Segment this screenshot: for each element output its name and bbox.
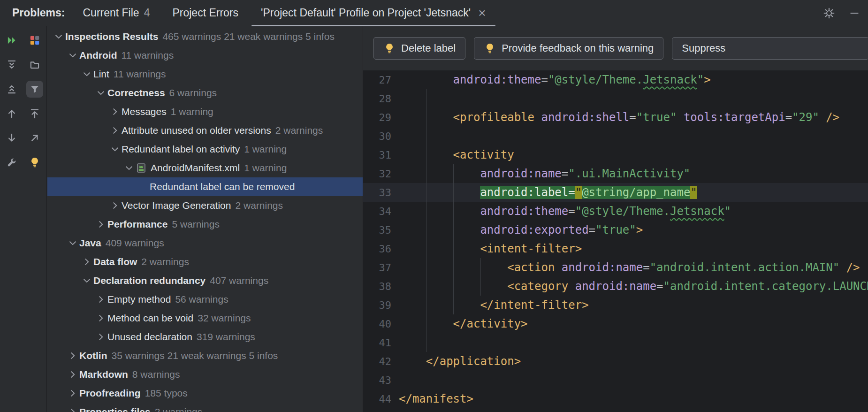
chevron-down-icon[interactable] xyxy=(66,50,79,61)
chevron-down-icon[interactable] xyxy=(52,31,65,42)
next-problem-icon[interactable] xyxy=(3,130,20,146)
previous-problem-icon[interactable] xyxy=(3,105,20,122)
tab-project-errors[interactable]: Project Errors xyxy=(161,0,250,26)
tab-current-file[interactable]: Current File4 xyxy=(71,0,161,26)
tree-item-declaration-redundancy[interactable]: Declaration redundancy407 warnings xyxy=(47,271,363,290)
chevron-down-icon[interactable] xyxy=(108,144,122,154)
tree-item-count: 185 typos xyxy=(145,388,188,399)
chevron-right-icon[interactable] xyxy=(108,125,122,136)
quick-fix-wrench-icon[interactable] xyxy=(3,154,20,171)
collapse-all-icon[interactable] xyxy=(3,81,20,98)
editor-line-33[interactable]: 33 android:label="@string/app_name" xyxy=(363,183,868,202)
tree-item-method-can-be-void[interactable]: Method can be void32 warnings xyxy=(47,309,363,328)
tree-item-redundant-label-can-be-removed[interactable]: Redundant label can be removed xyxy=(47,177,363,196)
tree-item-label: Vector Image Generation xyxy=(122,200,231,211)
button-label: Delete label xyxy=(401,42,456,54)
inspection-severity-icon[interactable] xyxy=(26,32,43,49)
tree-item-attribute-unused-on-older-versions[interactable]: Attribute unused on older versions2 warn… xyxy=(47,121,363,140)
chevron-right-icon[interactable] xyxy=(66,407,79,412)
tree-item-count: 409 warnings xyxy=(106,237,164,249)
line-number: 35 xyxy=(363,224,399,236)
chevron-right-icon[interactable] xyxy=(94,313,107,323)
tab-project-default-profile-on-project-jetsnack[interactable]: 'Project Default' Profile on Project 'Je… xyxy=(250,0,497,26)
tree-item-inspections-results[interactable]: Inspections Results465 warnings 21 weak … xyxy=(47,27,363,46)
line-number: 34 xyxy=(363,206,399,217)
chevron-right-icon[interactable] xyxy=(94,332,107,342)
chevron-right-icon[interactable] xyxy=(66,351,79,361)
suppress-button[interactable]: Suppress xyxy=(672,37,868,60)
tree-item-label: Declaration redundancy xyxy=(93,275,206,286)
hide-icon[interactable] xyxy=(848,7,860,19)
code-text: <category android:name="android.intent.c… xyxy=(399,280,868,293)
editor-line-30[interactable]: 30 xyxy=(363,127,868,145)
chevron-down-icon[interactable] xyxy=(66,238,79,248)
editor-line-43[interactable]: 43 xyxy=(363,371,868,389)
open-in-editor-icon[interactable] xyxy=(26,130,43,146)
editor-line-41[interactable]: 41 xyxy=(363,333,868,352)
tree-item-java[interactable]: Java409 warnings xyxy=(47,234,363,252)
editor-line-42[interactable]: 42 </application> xyxy=(363,352,868,371)
tree-item-label: Empty method xyxy=(107,294,171,305)
tree-item-performance[interactable]: Performance5 warnings xyxy=(47,215,363,234)
chevron-right-icon[interactable] xyxy=(94,219,107,229)
filter-icon[interactable] xyxy=(26,81,43,98)
code-lines: 27 android:theme="@style/Theme.Jetsnack"… xyxy=(363,70,868,408)
editor-line-28[interactable]: 28 xyxy=(363,89,868,108)
group-by-icon[interactable] xyxy=(26,56,43,73)
tab-strip: Current File4Project Errors'Project Defa… xyxy=(71,0,497,26)
editor-line-37[interactable]: 37 <action android:name="android.intent.… xyxy=(363,258,868,277)
tree-item-label: Kotlin xyxy=(79,350,107,361)
chevron-right-icon[interactable] xyxy=(66,388,79,398)
editor-line-34[interactable]: 34 android:theme="@style/Theme.Jetsnack" xyxy=(363,202,868,221)
code-editor-preview: 27 android:theme="@style/Theme.Jetsnack"… xyxy=(363,70,868,412)
tree-item-label: Android xyxy=(79,50,117,61)
editor-line-39[interactable]: 39 </intent-filter> xyxy=(363,296,868,314)
chevron-down-icon[interactable] xyxy=(122,163,136,173)
tree-item-kotlin[interactable]: Kotlin35 warnings 21 weak warnings 5 inf… xyxy=(47,346,363,365)
tree-item-label: Method can be void xyxy=(107,313,193,324)
quick-fix-bulb-icon[interactable] xyxy=(26,154,43,171)
tree-item-proofreading[interactable]: Proofreading185 typos xyxy=(47,384,363,403)
editor-line-27[interactable]: 27 android:theme="@style/Theme.Jetsnack"… xyxy=(363,70,868,89)
tree-item-correctness[interactable]: Correctness6 warnings xyxy=(47,84,363,102)
code-text: </intent-filter> xyxy=(399,298,589,312)
close-icon[interactable]: × xyxy=(478,7,486,20)
editor-line-36[interactable]: 36 <intent-filter> xyxy=(363,239,868,258)
tree-item-label: Attribute unused on older versions xyxy=(122,125,271,136)
editor-line-35[interactable]: 35 android:exported="true"> xyxy=(363,221,868,239)
chevron-down-icon[interactable] xyxy=(80,69,93,79)
tree-item-properties-files[interactable]: Properties files2 warnings xyxy=(47,403,363,412)
tree-item-empty-method[interactable]: Empty method56 warnings xyxy=(47,290,363,309)
provide-feedback-on-this-warning-button[interactable]: Provide feedback on this warning xyxy=(474,37,663,60)
chevron-right-icon[interactable] xyxy=(108,107,122,117)
tree-item-messages[interactable]: Messages1 warning xyxy=(47,102,363,121)
tree-item-androidmanifest-xml[interactable]: AndroidManifest.xml1 warning xyxy=(47,159,363,177)
chevron-right-icon[interactable] xyxy=(66,369,79,380)
indent-guide xyxy=(426,89,426,352)
expand-all-icon[interactable] xyxy=(3,56,20,73)
tree-item-redundant-label-on-activity[interactable]: Redundant label on activity1 warning xyxy=(47,140,363,159)
editor-line-32[interactable]: 32 android:name=".ui.MainActivity" xyxy=(363,164,868,183)
indent-guide xyxy=(453,164,454,314)
rerun-inspection-icon[interactable] xyxy=(3,32,20,49)
tree-item-data-flow[interactable]: Data flow2 warnings xyxy=(47,252,363,271)
tree-item-android[interactable]: Android11 warnings xyxy=(47,46,363,65)
line-number: 43 xyxy=(363,374,399,386)
chevron-down-icon[interactable] xyxy=(80,275,93,286)
settings-gear-icon[interactable] xyxy=(823,7,835,19)
editor-line-29[interactable]: 29 <profileable android:shell="true" too… xyxy=(363,108,868,127)
chevron-right-icon[interactable] xyxy=(80,257,93,267)
delete-label-button[interactable]: Delete label xyxy=(373,37,465,60)
tree-item-lint[interactable]: Lint11 warnings xyxy=(47,65,363,84)
editor-line-31[interactable]: 31 <activity xyxy=(363,145,868,164)
editor-line-40[interactable]: 40 </activity> xyxy=(363,314,868,333)
editor-line-38[interactable]: 38 <category android:name="android.inten… xyxy=(363,277,868,296)
tree-item-unused-declaration[interactable]: Unused declaration319 warnings xyxy=(47,328,363,346)
chevron-down-icon[interactable] xyxy=(94,88,107,98)
chevron-right-icon[interactable] xyxy=(94,294,107,305)
tree-item-markdown[interactable]: Markdown8 warnings xyxy=(47,365,363,384)
move-up-icon[interactable] xyxy=(26,105,43,122)
editor-line-44[interactable]: 44</manifest> xyxy=(363,389,868,408)
tree-item-vector-image-generation[interactable]: Vector Image Generation2 warnings xyxy=(47,196,363,215)
chevron-right-icon[interactable] xyxy=(108,200,122,211)
